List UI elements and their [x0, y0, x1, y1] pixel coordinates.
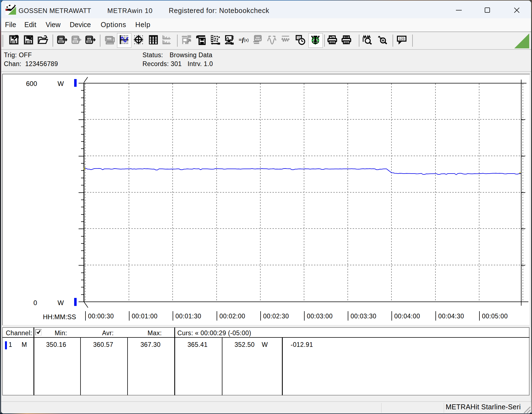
- svg-text:00:01:30: 00:01:30: [175, 313, 201, 320]
- svg-text:00:03:00: 00:03:00: [307, 313, 333, 320]
- svg-text:00:02:00: 00:02:00: [219, 313, 245, 320]
- svg-text:00:02:30: 00:02:30: [263, 313, 289, 320]
- svg-text:00:00:30: 00:00:30: [88, 313, 114, 320]
- svg-text:00:03:30: 00:03:30: [351, 313, 377, 320]
- svg-text:00:05:00: 00:05:00: [482, 313, 508, 320]
- svg-text:0: 0: [33, 299, 37, 306]
- svg-text:00:04:30: 00:04:30: [438, 313, 464, 320]
- svg-text:W: W: [58, 80, 64, 87]
- svg-text:600: 600: [26, 80, 37, 87]
- svg-text:W: W: [58, 299, 64, 306]
- svg-text:00:04:00: 00:04:00: [394, 313, 420, 320]
- svg-text:00:01:00: 00:01:00: [132, 313, 158, 320]
- svg-text:HH:MM:SS: HH:MM:SS: [43, 313, 76, 321]
